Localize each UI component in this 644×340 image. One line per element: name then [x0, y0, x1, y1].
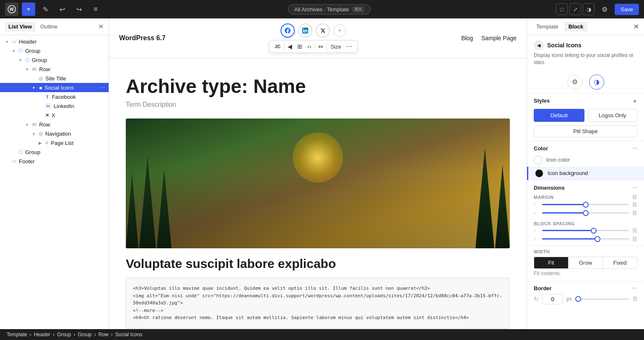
style-logos-only-button[interactable]: Logos Only — [588, 109, 638, 122]
template-pill[interactable]: All Archives · Template ⌘K — [288, 4, 371, 15]
right-sidebar: Template Block ✕ ◀ Social Icons Display … — [527, 18, 644, 329]
tree-item-group3[interactable]: ⬡ Group — [0, 147, 109, 157]
icon-color-row[interactable]: Icon color — [527, 153, 644, 167]
list-view-button[interactable]: ≡ — [89, 3, 102, 16]
tree-item-row1[interactable]: ▾ JC Row — [0, 64, 109, 74]
undo-button[interactable]: ↩ — [55, 3, 69, 16]
border-radius-input[interactable] — [542, 294, 563, 304]
border-link-button[interactable]: ⛓ — [633, 296, 638, 302]
tree-item-footer[interactable]: ▭ Footer — [0, 157, 109, 166]
contrast-mode-button[interactable]: ◑ — [583, 3, 595, 15]
styles-collapse-button[interactable]: ▲ — [632, 98, 637, 103]
tree-item-facebook[interactable]: f Facebook — [0, 92, 109, 101]
social-icons-row: + — [280, 23, 346, 38]
breadcrumb-group2[interactable]: Group — [78, 332, 91, 337]
spacing2-link[interactable]: ⛓ — [632, 236, 637, 242]
tree-toggle-navigation[interactable]: ▾ — [30, 130, 37, 137]
breadcrumb-header[interactable]: Header — [34, 332, 50, 337]
fullscreen-mode-button[interactable]: ⤢ — [569, 3, 581, 15]
right-tabs: Template Block — [532, 22, 587, 31]
edit-button[interactable]: ✎ — [39, 3, 52, 16]
add-social-icon[interactable]: + — [333, 24, 346, 37]
breadcrumb-row[interactable]: Row — [99, 332, 109, 337]
tab-block[interactable]: Block — [564, 22, 587, 31]
tree-toggle-row1[interactable]: ▾ — [23, 66, 30, 72]
add-button[interactable]: + — [22, 3, 35, 16]
icon-color-swatch — [534, 156, 542, 164]
tree-toggle-pagelist[interactable]: ▶ — [37, 139, 44, 146]
style-default-button[interactable]: Default — [534, 109, 584, 122]
tree-item-socialicons[interactable]: ▾ ◀ Social Icons ⋯ — [0, 83, 109, 92]
spacing1-slider[interactable] — [542, 230, 629, 231]
lock-button[interactable]: ⇔ — [317, 42, 325, 51]
style-pill-button[interactable]: Pill Shape — [534, 125, 637, 137]
more-button[interactable]: ⋯ — [345, 42, 354, 51]
tree-item-sitetitle[interactable]: ◎ Site Title — [0, 74, 109, 83]
tree-item-linkedin[interactable]: in LinkedIn — [0, 101, 109, 111]
margin-link-button[interactable]: ⛓ — [632, 194, 637, 200]
arrows-button[interactable]: ‹› — [306, 42, 313, 51]
tree-toggle-row2[interactable]: ▾ — [23, 121, 30, 128]
tree-item-x[interactable]: ✕ X — [0, 111, 109, 120]
topbar-left: W + ✎ ↩ ↪ ≡ — [5, 3, 102, 16]
wp-logo[interactable]: W — [5, 3, 18, 16]
redo-button[interactable]: ↪ — [72, 3, 86, 16]
tree-label-pagelist: Page List — [51, 140, 105, 146]
margin-top-slider[interactable] — [542, 204, 629, 205]
icon-color-label: Icon color — [546, 157, 570, 163]
sidebar-close-button[interactable]: ✕ — [98, 23, 104, 31]
tree-label-group1: Group — [25, 48, 105, 54]
width-fit-button[interactable]: Fit — [534, 257, 569, 268]
margin-section: MARGIN ⛓ ↕ ⛓ ↕ ⛓ — [527, 193, 644, 218]
linkedin-social-icon[interactable] — [298, 23, 312, 38]
margin-bottom-link[interactable]: ⛓ — [632, 210, 637, 216]
layout-button[interactable]: ⊞ — [296, 42, 304, 51]
width-grow-button[interactable]: Grow — [569, 257, 603, 268]
save-button[interactable]: Save — [615, 4, 639, 15]
desktop-mode-button[interactable]: □ — [556, 3, 568, 15]
tree-toggle-group2[interactable]: ▾ — [17, 57, 23, 63]
tab-template[interactable]: Template — [532, 22, 563, 31]
color-more-button[interactable]: ⋯ — [632, 145, 637, 151]
tab-list-view[interactable]: List View — [5, 22, 35, 31]
settings-button[interactable]: ⚙ — [598, 3, 611, 16]
settings-panel-icon[interactable]: ⚙ — [567, 75, 582, 90]
canvas-nav: WordPress 6.7 + JC — [109, 18, 527, 58]
panel-icon-row: ⚙ ◑ — [527, 71, 644, 93]
spacing1-link[interactable]: ⛓ — [632, 228, 637, 234]
breadcrumb-group1[interactable]: Group — [57, 332, 71, 337]
margin-top-link[interactable]: ⛓ — [632, 202, 637, 208]
tree-item-row2[interactable]: ▾ JC Row — [0, 120, 109, 129]
tree-item-group1[interactable]: ▾ ⬡ Group — [0, 46, 109, 55]
tree-item-group2[interactable]: ▾ ⬡ Group — [0, 55, 109, 64]
tree-toggle-socialicons[interactable]: ▾ — [30, 84, 37, 91]
tree-options-socialicons[interactable]: ⋯ — [99, 84, 105, 91]
breadcrumb-socialicons[interactable]: Social Icons — [115, 332, 143, 337]
share-button[interactable]: ◀ — [286, 42, 294, 51]
icon-background-row[interactable]: Icon background — [527, 167, 644, 180]
socialicons-icon: ◀ — [39, 85, 42, 90]
styles-panel-icon[interactable]: ◑ — [589, 75, 604, 90]
tree-toggle-header[interactable]: ▾ — [3, 38, 10, 45]
nav-blog-link[interactable]: Blog — [461, 35, 473, 41]
tab-outline[interactable]: Outline — [37, 22, 61, 31]
dimensions-more-button[interactable]: ⋯ — [632, 185, 637, 191]
x-social-icon[interactable] — [316, 23, 330, 38]
facebook-social-icon[interactable] — [280, 23, 295, 38]
nav-sample-link[interactable]: Sample Page — [481, 35, 517, 41]
align-button[interactable]: JC — [273, 43, 282, 50]
breadcrumb-template[interactable]: Template — [7, 332, 27, 337]
size-button[interactable]: Size — [329, 43, 343, 51]
tree-item-header[interactable]: ▾ ▭ Header — [0, 37, 109, 46]
border-slider[interactable] — [575, 299, 629, 300]
tree-item-pagelist[interactable]: ▶ ≡ Page List — [0, 138, 109, 147]
border-color-button[interactable]: ↻ — [534, 296, 539, 302]
border-more-button[interactable]: ⋯ — [632, 285, 637, 291]
margin-bottom-slider[interactable] — [542, 212, 629, 214]
tree-item-navigation[interactable]: ▾ ◎ Navigation — [0, 129, 109, 138]
spacing2-slider[interactable] — [542, 238, 629, 240]
right-sidebar-close[interactable]: ✕ — [634, 23, 639, 31]
spacing-row1: ↕ ⛓ — [534, 228, 637, 234]
width-fixed-button[interactable]: Fixed — [603, 257, 637, 268]
tree-toggle-group1[interactable]: ▾ — [10, 47, 17, 54]
